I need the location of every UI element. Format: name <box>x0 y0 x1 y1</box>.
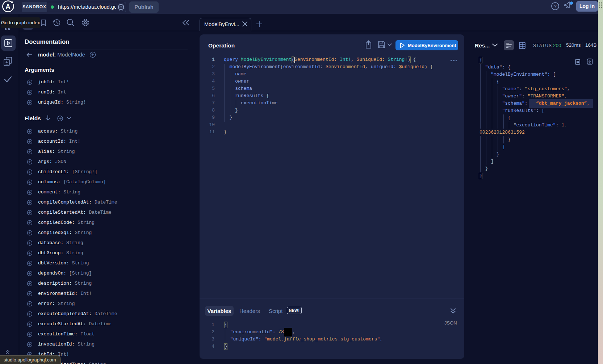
svg-text:?: ? <box>554 4 556 9</box>
